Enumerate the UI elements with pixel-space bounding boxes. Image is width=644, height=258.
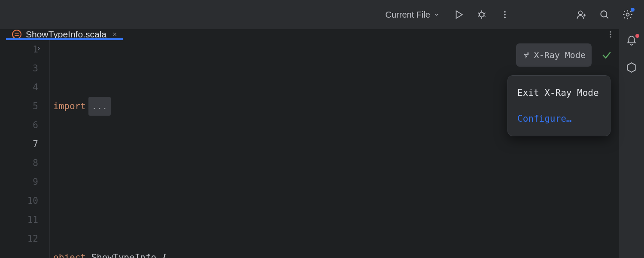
xray-popup: Exit X-Ray Mode Configure… (507, 75, 611, 136)
svg-point-17 (610, 31, 611, 33)
folded-region[interactable]: ... (88, 97, 111, 116)
gear-icon (622, 9, 633, 20)
chevron-down-icon (434, 12, 440, 18)
run-config-selector[interactable]: Current File (381, 8, 444, 22)
line-number: 8 (0, 154, 41, 172)
editor-tab[interactable]: ShowTypeInfo.scala × (6, 29, 123, 40)
svg-line-6 (484, 15, 485, 16)
svg-point-14 (601, 11, 607, 17)
svg-point-8 (504, 11, 506, 13)
bug-icon (476, 9, 487, 20)
keyword: object (53, 248, 86, 258)
close-tab-icon[interactable]: × (112, 30, 117, 39)
code-line (53, 172, 619, 191)
search-button[interactable] (596, 6, 613, 23)
line-number: 5 (0, 97, 41, 116)
hexagon-icon (626, 62, 637, 73)
line-number: 3 (0, 59, 41, 78)
code-line: object ShowTypeInfo { (53, 248, 619, 258)
svg-line-4 (484, 13, 485, 14)
scala-file-icon (12, 30, 21, 39)
popup-configure[interactable]: Configure… (508, 106, 610, 132)
play-icon (453, 9, 464, 20)
hexagon-tool-button[interactable] (626, 62, 637, 73)
svg-point-16 (626, 13, 629, 16)
editor-body[interactable]: X-Ray Mode Exit X-Ray Mode Configure… 1 … (0, 40, 619, 258)
more-actions-button[interactable] (496, 6, 513, 23)
svg-marker-0 (456, 11, 462, 18)
debug-button[interactable] (473, 6, 490, 23)
run-config-label: Current File (386, 10, 430, 20)
settings-button[interactable] (619, 6, 636, 23)
code-with-me-button[interactable] (573, 6, 590, 23)
keyword: import (53, 97, 86, 116)
popup-exit-xray[interactable]: Exit X-Ray Mode (508, 80, 610, 106)
line-number: 10 (0, 191, 41, 210)
svg-marker-21 (627, 63, 636, 72)
svg-point-19 (610, 36, 611, 37)
right-tool-rail (619, 29, 644, 258)
line-number: 6 (0, 116, 41, 135)
svg-point-10 (504, 17, 506, 18)
svg-point-11 (579, 11, 583, 15)
search-icon (599, 9, 610, 20)
chevron-right-icon (35, 45, 42, 52)
line-number: 9 (0, 172, 41, 191)
svg-point-9 (504, 14, 506, 15)
editor-tab-strip: ShowTypeInfo.scala × (0, 29, 619, 40)
line-gutter: 1 3 4 5 6 7 8 9 10 11 12 (0, 40, 50, 258)
line-number: 1 (0, 40, 41, 59)
line-number: 4 (0, 78, 41, 97)
svg-point-18 (610, 34, 611, 35)
line-number: 11 (0, 210, 41, 229)
tab-filename: ShowTypeInfo.scala (26, 29, 106, 40)
fold-toggle[interactable] (35, 45, 42, 52)
svg-point-1 (480, 12, 484, 17)
svg-line-15 (606, 16, 608, 18)
kebab-icon (606, 30, 615, 39)
code-area[interactable]: import ... object ShowTypeInfo { Seq(1, … (50, 40, 619, 258)
run-button[interactable] (450, 6, 467, 23)
line-number: 12 (0, 229, 41, 248)
notifications-button[interactable] (626, 35, 637, 46)
tab-more-button[interactable] (606, 30, 615, 39)
main-toolbar: Current File (0, 0, 644, 29)
kebab-icon (500, 10, 510, 19)
line-number: 7 (0, 135, 41, 154)
bell-icon (626, 35, 637, 46)
svg-line-3 (478, 13, 479, 14)
code-text: ShowTypeInfo { (86, 248, 167, 258)
person-plus-icon (576, 9, 587, 20)
svg-line-5 (478, 15, 479, 16)
